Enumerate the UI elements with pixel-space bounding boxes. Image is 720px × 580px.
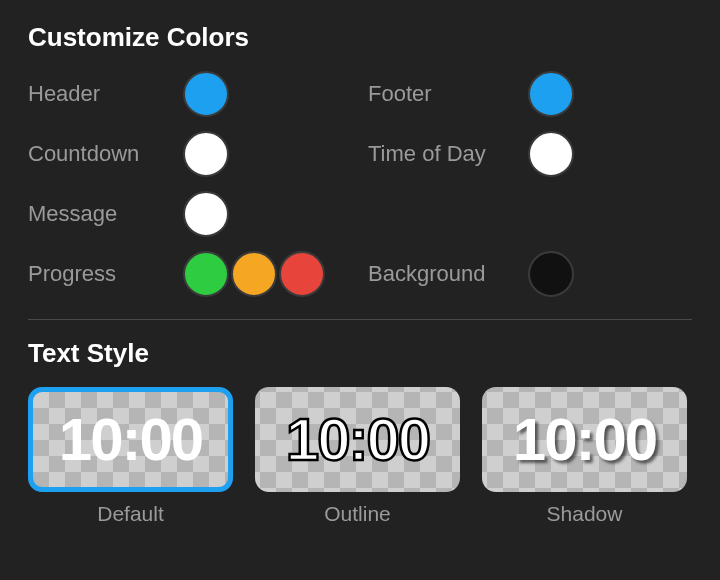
background-color-swatch[interactable] <box>528 251 574 297</box>
message-color-swatch[interactable] <box>183 191 229 237</box>
message-swatch-cell <box>183 191 368 237</box>
progress-color-swatch-2[interactable] <box>231 251 277 297</box>
preview-text-default: 10:00 <box>59 410 202 470</box>
text-style-options: 10:00 Default 10:00 Outline 10:00 Shadow <box>28 387 692 526</box>
timeofday-label: Time of Day <box>368 141 528 167</box>
text-style-default[interactable]: 10:00 Default <box>28 387 233 526</box>
progress-swatch-cell <box>183 251 368 297</box>
text-style-default-preview: 10:00 <box>28 387 233 492</box>
text-style-title: Text Style <box>28 338 692 369</box>
background-label: Background <box>368 261 528 287</box>
text-style-shadow[interactable]: 10:00 Shadow <box>482 387 687 526</box>
progress-color-swatch-3[interactable] <box>279 251 325 297</box>
background-swatch-cell <box>528 251 678 297</box>
message-label: Message <box>28 201 183 227</box>
section-divider <box>28 319 692 320</box>
preview-text-outline: 10:00 <box>286 410 429 470</box>
header-swatch-cell <box>183 71 368 117</box>
countdown-color-swatch[interactable] <box>183 131 229 177</box>
text-style-shadow-label: Shadow <box>547 502 623 526</box>
text-style-outline-label: Outline <box>324 502 391 526</box>
footer-swatch-cell <box>528 71 678 117</box>
timeofday-color-swatch[interactable] <box>528 131 574 177</box>
progress-color-swatch-1[interactable] <box>183 251 229 297</box>
text-style-outline[interactable]: 10:00 Outline <box>255 387 460 526</box>
progress-label: Progress <box>28 261 183 287</box>
text-style-default-label: Default <box>97 502 164 526</box>
header-color-swatch[interactable] <box>183 71 229 117</box>
timeofday-swatch-cell <box>528 131 678 177</box>
countdown-label: Countdown <box>28 141 183 167</box>
footer-label: Footer <box>368 81 528 107</box>
text-style-outline-preview: 10:00 <box>255 387 460 492</box>
header-label: Header <box>28 81 183 107</box>
customize-colors-title: Customize Colors <box>28 22 692 53</box>
colors-grid: Header Footer Countdown Time of Day Mess… <box>28 71 692 297</box>
footer-color-swatch[interactable] <box>528 71 574 117</box>
countdown-swatch-cell <box>183 131 368 177</box>
text-style-shadow-preview: 10:00 <box>482 387 687 492</box>
preview-text-shadow: 10:00 <box>513 410 656 470</box>
